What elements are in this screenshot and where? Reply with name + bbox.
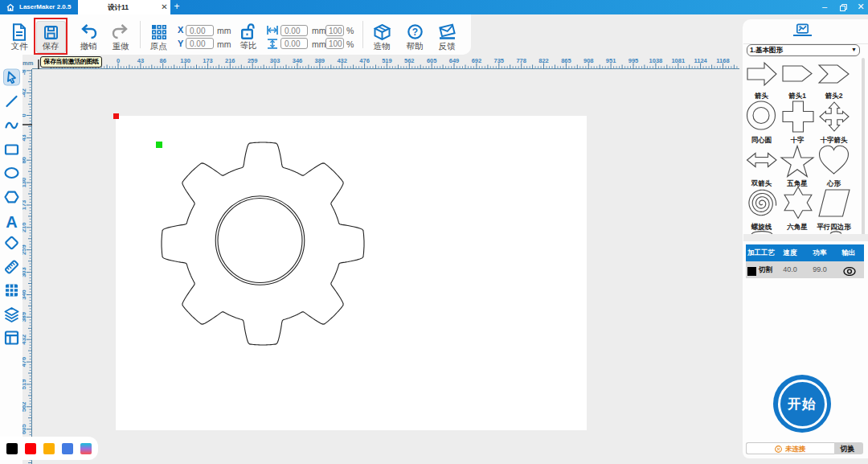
- svg-text:562: 562: [23, 402, 27, 413]
- svg-text:1081: 1081: [671, 57, 685, 64]
- svg-text:562: 562: [404, 57, 415, 64]
- svg-text:476: 476: [23, 357, 27, 368]
- svg-text:173: 173: [203, 57, 213, 64]
- svg-text:86: 86: [160, 57, 166, 64]
- svg-text:259: 259: [248, 57, 258, 64]
- svg-text:908: 908: [583, 57, 594, 64]
- svg-text:A: A: [6, 213, 17, 231]
- svg-text:951: 951: [606, 57, 616, 64]
- svg-text:43: 43: [137, 57, 144, 64]
- svg-text:519: 519: [23, 380, 27, 390]
- svg-text:0: 0: [117, 57, 120, 64]
- svg-text:130: 130: [180, 57, 190, 64]
- svg-text:822: 822: [538, 57, 549, 64]
- svg-text:346: 346: [293, 57, 303, 64]
- svg-text:476: 476: [359, 57, 370, 64]
- svg-text:303: 303: [270, 57, 280, 64]
- svg-text:1038: 1038: [649, 57, 663, 64]
- svg-text:1124: 1124: [694, 57, 707, 64]
- svg-text:735: 735: [494, 57, 505, 64]
- svg-text:?: ?: [412, 27, 418, 38]
- svg-text:692: 692: [472, 57, 482, 64]
- svg-text:605: 605: [23, 424, 27, 434]
- svg-text:1168: 1168: [716, 57, 729, 64]
- svg-text:995: 995: [628, 57, 639, 64]
- svg-text:605: 605: [427, 57, 437, 64]
- svg-text:389: 389: [315, 57, 326, 64]
- svg-text:216: 216: [225, 57, 235, 64]
- svg-text:649: 649: [449, 57, 460, 64]
- svg-text:432: 432: [337, 57, 347, 64]
- svg-text:519: 519: [382, 57, 392, 64]
- svg-text:865: 865: [561, 57, 571, 64]
- svg-text:778: 778: [516, 57, 526, 64]
